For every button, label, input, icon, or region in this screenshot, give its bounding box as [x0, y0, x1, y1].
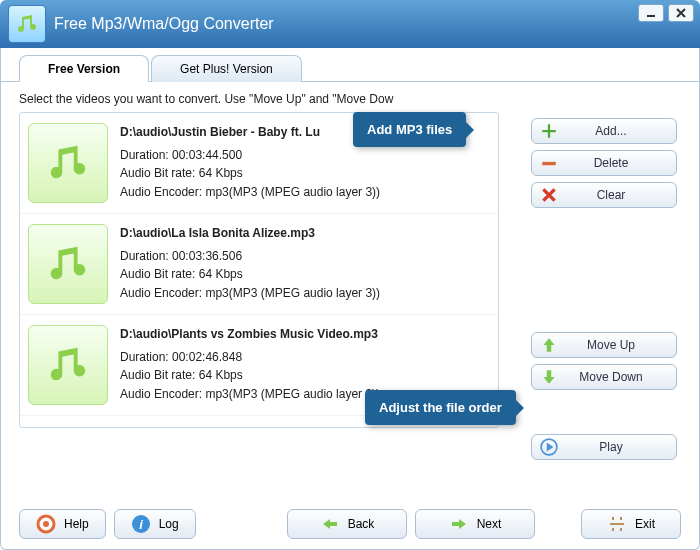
play-button[interactable]: Play	[531, 434, 677, 460]
exit-icon	[607, 514, 627, 534]
bottom-toolbar: Help i Log Back Next Exit	[19, 509, 681, 539]
tab-bar: Free Version Get Plus! Version	[1, 48, 699, 82]
list-item[interactable]: D:\audio\La Isla Bonita Alizee.mp3 Durat…	[20, 214, 498, 315]
svg-rect-1	[542, 162, 556, 165]
minus-icon	[540, 154, 558, 172]
log-button[interactable]: i Log	[114, 509, 196, 539]
play-icon	[540, 438, 558, 456]
delete-button-label: Delete	[572, 156, 668, 170]
app-title: Free Mp3/Wma/Ogg Converter	[54, 15, 274, 33]
file-encoder: Audio Encoder: mp3(MP3 (MPEG audio layer…	[120, 284, 380, 303]
move-up-button[interactable]: Move Up	[531, 332, 677, 358]
back-label: Back	[348, 517, 375, 531]
callout-adjust-order: Adjust the file order	[365, 390, 516, 425]
arrow-left-icon	[320, 514, 340, 534]
tab-free-version[interactable]: Free Version	[19, 55, 149, 82]
file-path: D:\audio\Plants vs Zombies Music Video.m…	[120, 325, 380, 344]
app-icon	[8, 5, 46, 43]
svg-rect-7	[610, 523, 624, 525]
svg-rect-0	[647, 15, 655, 17]
arrow-down-icon	[540, 368, 558, 386]
main-panel: Free Version Get Plus! Version Select th…	[0, 48, 700, 550]
file-encoder: Audio Encoder: mp3(MP3 (MPEG audio layer…	[120, 183, 380, 202]
music-file-icon	[28, 224, 108, 304]
file-duration: Duration: 00:02:46.848	[120, 348, 380, 367]
svg-point-4	[43, 521, 49, 527]
back-button[interactable]: Back	[287, 509, 407, 539]
exit-label: Exit	[635, 517, 655, 531]
file-bitrate: Audio Bit rate: 64 Kbps	[120, 164, 380, 183]
help-button[interactable]: Help	[19, 509, 106, 539]
log-label: Log	[159, 517, 179, 531]
play-label: Play	[572, 440, 668, 454]
exit-button[interactable]: Exit	[581, 509, 681, 539]
plus-icon	[540, 122, 558, 140]
x-icon	[540, 186, 558, 204]
arrow-right-icon	[449, 514, 469, 534]
move-up-label: Move Up	[572, 338, 668, 352]
instruction-text: Select the videos you want to convert. U…	[19, 92, 681, 106]
file-bitrate: Audio Bit rate: 64 Kbps	[120, 366, 380, 385]
file-duration: Duration: 00:03:36.506	[120, 247, 380, 266]
help-icon	[36, 514, 56, 534]
minimize-button[interactable]	[638, 4, 664, 22]
info-icon: i	[131, 514, 151, 534]
clear-button[interactable]: Clear	[531, 182, 677, 208]
file-path: D:\audio\La Isla Bonita Alizee.mp3	[120, 224, 380, 243]
help-label: Help	[64, 517, 89, 531]
move-down-button[interactable]: Move Down	[531, 364, 677, 390]
add-button-label: Add...	[572, 124, 668, 138]
file-duration: Duration: 00:03:44.500	[120, 146, 380, 165]
delete-button[interactable]: Delete	[531, 150, 677, 176]
clear-button-label: Clear	[572, 188, 668, 202]
callout-add-files: Add MP3 files	[353, 112, 466, 147]
file-encoder: Audio Encoder: mp3(MP3 (MPEG audio layer…	[120, 385, 380, 404]
arrow-up-icon	[540, 336, 558, 354]
svg-text:i: i	[139, 517, 143, 532]
next-label: Next	[477, 517, 502, 531]
file-path: D:\audio\Justin Bieber - Baby ft. Lu	[120, 123, 380, 142]
titlebar: Free Mp3/Wma/Ogg Converter	[0, 0, 700, 48]
file-list[interactable]: D:\audio\Justin Bieber - Baby ft. Lu Dur…	[19, 112, 499, 428]
add-button[interactable]: Add...	[531, 118, 677, 144]
close-button[interactable]	[668, 4, 694, 22]
file-bitrate: Audio Bit rate: 64 Kbps	[120, 265, 380, 284]
move-down-label: Move Down	[572, 370, 668, 384]
music-file-icon	[28, 123, 108, 203]
next-button[interactable]: Next	[415, 509, 535, 539]
music-file-icon	[28, 325, 108, 405]
tab-plus-version[interactable]: Get Plus! Version	[151, 55, 302, 82]
